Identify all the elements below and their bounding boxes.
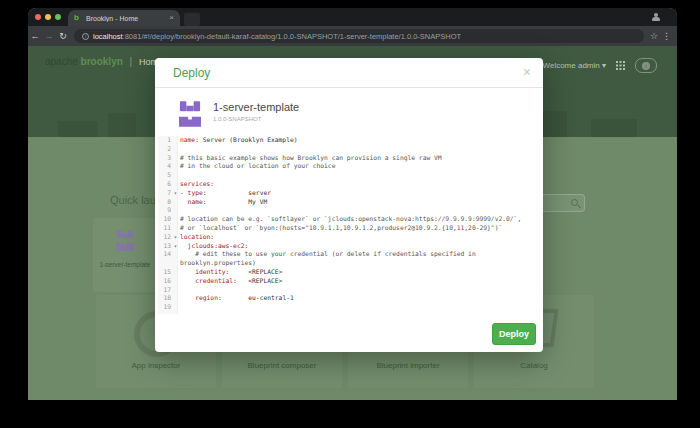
code-line[interactable]: 4# in the cloud or location of your choi… — [158, 162, 540, 171]
new-tab-button[interactable] — [184, 13, 200, 26]
browser-tab[interactable]: b Brooklyn - Home × — [68, 10, 180, 26]
fold-spacer — [171, 171, 180, 180]
code-line[interactable]: 8 name: My VM — [158, 198, 540, 207]
back-icon[interactable]: ← — [28, 31, 42, 41]
welcome-admin-dropdown[interactable]: Welcome admin ▾ — [543, 61, 606, 70]
modal-title: Deploy — [173, 66, 210, 80]
deploy-modal: Deploy × 1-server-template 1.0.0-SNAPSHO… — [155, 58, 543, 352]
code-line[interactable]: 15 identity: <REPLACE> — [158, 268, 540, 277]
fold-arrow-icon[interactable]: ▾ — [171, 242, 180, 251]
line-number: 2 — [158, 145, 171, 154]
code-text: region: eu-central-1 — [180, 294, 294, 303]
brooklyn-favicon-icon: b — [74, 14, 82, 22]
code-text: # edit these to use your credential (or … — [180, 250, 476, 259]
line-number: 9 — [158, 206, 171, 215]
code-text: # location can be e.g. `softlayer` or `j… — [180, 215, 521, 224]
info-icon: i — [642, 62, 650, 70]
code-text: credential: <REPLACE> — [180, 277, 282, 286]
fold-spacer — [171, 303, 180, 312]
line-number: 1 — [158, 136, 171, 145]
code-line[interactable]: 10# location can be e.g. `softlayer` or … — [158, 215, 540, 224]
code-line[interactable]: 19 — [158, 303, 540, 312]
brooklyn-app-icon — [116, 230, 134, 251]
code-line[interactable]: 14 # edit these to use your credential (… — [158, 250, 540, 259]
yaml-editor[interactable]: 1name: Server (Brooklyn Example)23# this… — [158, 136, 540, 314]
code-text: # in the cloud or location of your choic… — [180, 162, 335, 171]
line-number: 13 — [158, 242, 171, 251]
window-close-button[interactable] — [35, 14, 41, 20]
window-minimize-button[interactable] — [45, 14, 51, 20]
line-number: 5 — [158, 171, 171, 180]
code-line[interactable]: 13▾ jclouds:aws-ec2: — [158, 242, 540, 251]
skyline-decoration — [108, 113, 136, 137]
code-text: brooklyn.properties) — [180, 259, 256, 268]
code-line[interactable]: brooklyn.properties) — [158, 259, 540, 268]
fold-spacer — [171, 277, 180, 286]
quick-launch-tile-label: 1-server-template — [93, 261, 157, 268]
app-summary-row: 1-server-template 1.0.0-SNAPSHOT — [179, 101, 299, 127]
code-line[interactable]: 17 — [158, 286, 540, 295]
line-number: 17 — [158, 286, 171, 295]
line-number: 19 — [158, 303, 171, 312]
window-zoom-button[interactable] — [55, 14, 61, 20]
tab-strip: b Brooklyn - Home × — [28, 8, 677, 26]
line-number: 16 — [158, 277, 171, 286]
code-line[interactable]: 3# this basic example shows how Brooklyn… — [158, 154, 540, 163]
fold-spacer — [171, 198, 180, 207]
code-text: # this basic example shows how Brooklyn … — [180, 154, 442, 163]
code-line[interactable]: 18 region: eu-central-1 — [158, 294, 540, 303]
skyline-decoration — [58, 121, 98, 137]
code-text: # or `localhost` or `byon:(hosts="10.9.1… — [180, 224, 502, 233]
tile-label: Blueprint composer — [248, 361, 317, 370]
fold-arrow-icon[interactable]: ▾ — [171, 233, 180, 242]
code-line[interactable]: 11# or `localhost` or `byon:(hosts="10.9… — [158, 224, 540, 233]
code-line[interactable]: 6services: — [158, 180, 540, 189]
browser-toolbar: ← → ↻ i localhost:8081/#!/deploy/brookly… — [28, 26, 677, 46]
deploy-button[interactable]: Deploy — [492, 323, 536, 345]
modal-header: Deploy × — [155, 58, 543, 88]
line-number: 12 — [158, 233, 171, 242]
code-text: name: Server (Brooklyn Example) — [180, 136, 298, 145]
tab-title: Brooklyn - Home — [86, 15, 165, 22]
brand-apache: apache — [45, 56, 78, 67]
app-grid-icon[interactable] — [616, 61, 625, 70]
line-number: 7 — [158, 189, 171, 198]
yaml-editor-lines: 1name: Server (Brooklyn Example)23# this… — [158, 136, 540, 312]
browser-profile-icon[interactable] — [651, 12, 661, 22]
line-number: 4 — [158, 162, 171, 171]
code-line[interactable]: 2 — [158, 145, 540, 154]
brooklyn-app-icon — [179, 101, 201, 127]
line-number — [158, 259, 171, 268]
modal-close-icon[interactable]: × — [523, 64, 531, 80]
fold-arrow-icon[interactable]: ▾ — [171, 189, 180, 198]
line-number: 8 — [158, 198, 171, 207]
url-host: localhost — [93, 32, 123, 41]
code-line[interactable]: 1name: Server (Brooklyn Example) — [158, 136, 540, 145]
help-button[interactable]: i — [635, 58, 657, 73]
address-bar[interactable]: i localhost:8081/#!/deploy/brooklyn-defa… — [74, 29, 644, 43]
fold-spacer — [171, 215, 180, 224]
fold-spacer — [171, 206, 180, 215]
fold-spacer — [171, 154, 180, 163]
code-text: jclouds:aws-ec2: — [180, 242, 248, 251]
fold-spacer — [171, 145, 180, 154]
line-number: 6 — [158, 180, 171, 189]
code-line[interactable]: 9 — [158, 206, 540, 215]
reload-icon[interactable]: ↻ — [56, 31, 70, 41]
code-line[interactable]: 7▾- type: server — [158, 189, 540, 198]
code-line[interactable]: 12▾location: — [158, 233, 540, 242]
tab-close-icon[interactable]: × — [169, 14, 174, 22]
code-line[interactable]: 5 — [158, 171, 540, 180]
code-line[interactable]: 16 credential: <REPLACE> — [158, 277, 540, 286]
forward-icon[interactable]: → — [42, 31, 56, 41]
app-name: 1-server-template — [213, 101, 299, 113]
chevron-down-icon: ▾ — [602, 61, 606, 70]
bookmark-star-icon[interactable]: ☆ — [650, 31, 658, 41]
browser-menu-icon[interactable]: ⋮ — [662, 31, 671, 41]
code-text: - type: server — [180, 189, 271, 198]
code-text: location: — [180, 233, 214, 242]
quick-launch-tile-1-server-template[interactable]: 1-server-template — [93, 218, 157, 292]
fold-spacer — [171, 294, 180, 303]
brand-logo[interactable]: apache brooklyn | Home — [45, 56, 163, 67]
page-info-icon[interactable]: i — [82, 33, 89, 40]
